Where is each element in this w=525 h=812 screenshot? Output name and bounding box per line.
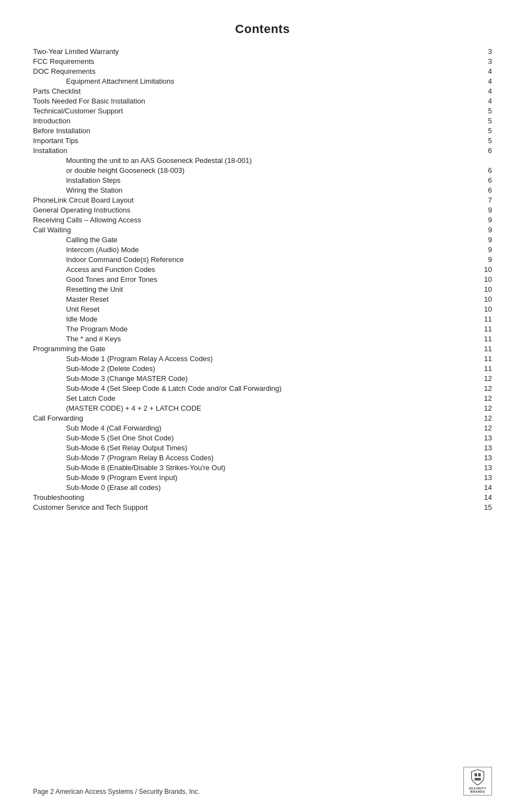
toc-entry: Customer Service and Tech Support15 — [33, 502, 492, 512]
toc-page-number: 9 — [479, 255, 492, 264]
toc-label: Sub-Mode 4 (Set Sleep Code & Latch Code … — [66, 384, 479, 393]
toc-label: or double height Gooseneck (18-003) — [66, 166, 479, 175]
toc-page-number: 10 — [479, 305, 492, 313]
toc-label: The Program Mode — [66, 325, 479, 333]
toc-page-number: 11 — [479, 364, 492, 373]
toc-entry: FCC Requirements3 — [33, 56, 492, 66]
toc-page-number: 11 — [479, 315, 492, 323]
toc-entry: Wiring the Station6 — [33, 185, 492, 195]
toc-label: Sub-Mode 6 (Set Relay Output Times) — [66, 444, 479, 452]
toc-entry: Idle Mode11 — [33, 314, 492, 324]
toc-page-number: 13 — [479, 473, 492, 482]
toc-entry: Mounting the unit to an AAS Gooseneck Pe… — [33, 155, 492, 165]
toc-page-number: 12 — [479, 394, 492, 402]
toc-label: (MASTER CODE) + 4 + 2 + LATCH CODE — [66, 404, 479, 412]
toc-label: Sub-Mode 0 (Erase all codes) — [66, 483, 479, 492]
toc-page-number: 5 — [479, 127, 492, 135]
toc-entry: Technical/Customer Support5 — [33, 106, 492, 116]
toc-page-number: 12 — [479, 414, 492, 422]
toc-page-number: 14 — [479, 483, 492, 492]
toc-entry: or double height Gooseneck (18-003)6 — [33, 165, 492, 175]
toc-label: Good Tones and Error Tones — [66, 275, 479, 284]
toc-page-number: 14 — [479, 493, 492, 502]
toc-entry: (MASTER CODE) + 4 + 2 + LATCH CODE12 — [33, 403, 492, 413]
toc-entry: Programming the Gate11 — [33, 344, 492, 353]
toc-label: Installation Steps — [66, 176, 479, 184]
toc-label: DOC Requirements — [33, 67, 479, 75]
toc-entry: General Operating Instructions9 — [33, 205, 492, 215]
toc-page-number: 11 — [479, 355, 492, 363]
security-brands-logo — [471, 769, 485, 786]
toc-label: PhoneLink Circuit Board Layout — [33, 196, 479, 204]
toc-page-number: 12 — [479, 404, 492, 412]
svg-rect-2 — [474, 778, 480, 781]
svg-rect-0 — [474, 773, 477, 777]
toc-page-number: 9 — [479, 226, 492, 234]
toc-page-number: 7 — [479, 196, 492, 204]
toc-label: Sub-Mode 7 (Program Relay B Access Codes… — [66, 454, 479, 462]
toc-label: Mounting the unit to an AAS Gooseneck Pe… — [66, 156, 479, 165]
toc-label: Tools Needed For Basic Installation — [33, 97, 479, 105]
toc-entry: Sub-Mode 2 (Delete Codes)11 — [33, 363, 492, 373]
svg-rect-1 — [478, 773, 481, 777]
toc-label: Before Installation — [33, 127, 479, 135]
toc-label: Troubleshooting — [33, 493, 479, 502]
toc-label: Sub-Mode 9 (Program Event Input) — [66, 473, 479, 482]
toc-label: Sub-Mode 2 (Delete Codes) — [66, 364, 479, 373]
toc-label: Technical/Customer Support — [33, 107, 479, 115]
toc-page-number: 4 — [479, 97, 492, 105]
toc-label: Sub-Mode 8 (Enable/Disable 3 Strikes-You… — [66, 464, 479, 472]
toc-label: Set Latch Code — [66, 394, 479, 402]
toc-entry: Resetting the Unit10 — [33, 284, 492, 294]
toc-label: Receiving Calls – Allowing Access — [33, 216, 479, 224]
logo-text-security: SECURITYBRANDS — [469, 787, 486, 793]
toc-page-number: 5 — [479, 117, 492, 125]
toc-page-number: 9 — [479, 236, 492, 244]
toc-label: FCC Requirements — [33, 57, 479, 66]
toc-page-number: 6 — [479, 166, 492, 175]
toc-page-number: 11 — [479, 345, 492, 353]
toc-label: Parts Checklist — [33, 87, 479, 95]
toc-label: Intercom (Audio) Mode — [66, 246, 479, 254]
toc-label: Idle Mode — [66, 315, 479, 323]
footer-text: Page 2 American Access Systems / Securit… — [33, 788, 200, 795]
toc-label: Master Reset — [66, 295, 479, 303]
toc-page-number: 11 — [479, 335, 492, 343]
toc-page-number: 6 — [479, 176, 492, 184]
toc-label: Sub Mode 4 (Call Forwarding) — [66, 424, 479, 432]
toc-entry: Sub-Mode 6 (Set Relay Output Times)13 — [33, 443, 492, 453]
toc-label: Sub-Mode 1 (Program Relay A Access Codes… — [66, 355, 479, 363]
toc-label: Resetting the Unit — [66, 285, 479, 293]
toc-entry: Equipment Attachment Limitations4 — [33, 76, 492, 86]
toc-label: The * and # Keys — [66, 335, 479, 343]
toc-entry: Introduction5 — [33, 116, 492, 126]
toc-label: Calling the Gate — [66, 236, 479, 244]
toc-entry: The Program Mode11 — [33, 324, 492, 334]
toc-container: Two-Year Limited Warranty3FCC Requiremen… — [33, 46, 492, 512]
toc-page-number: 13 — [479, 434, 492, 442]
toc-entry: Sub-Mode 1 (Program Relay A Access Codes… — [33, 353, 492, 363]
toc-entry: Troubleshooting14 — [33, 492, 492, 502]
toc-entry: DOC Requirements4 — [33, 66, 492, 76]
toc-label: Access and Function Codes — [66, 265, 479, 274]
toc-entry: Sub-Mode 9 (Program Event Input)13 — [33, 472, 492, 482]
toc-label: Two-Year Limited Warranty — [33, 47, 479, 56]
toc-page-number: 3 — [479, 57, 492, 66]
toc-page-number: 5 — [479, 137, 492, 145]
toc-entry: Sub Mode 4 (Call Forwarding)12 — [33, 423, 492, 433]
toc-entry: Installation6 — [33, 145, 492, 155]
toc-page-number: 13 — [479, 464, 492, 472]
toc-entry: Parts Checklist4 — [33, 86, 492, 96]
toc-label: Unit Reset — [66, 305, 479, 313]
toc-page-number: 3 — [479, 47, 492, 56]
toc-page-number: 9 — [479, 206, 492, 214]
toc-entry: Call Forwarding12 — [33, 413, 492, 423]
toc-entry: PhoneLink Circuit Board Layout7 — [33, 195, 492, 205]
toc-label: Introduction — [33, 117, 479, 125]
toc-page-number: 5 — [479, 107, 492, 115]
toc-page-number: 10 — [479, 285, 492, 293]
toc-page-number: 13 — [479, 454, 492, 462]
toc-page-number: 12 — [479, 424, 492, 432]
toc-entry: Important Tips5 — [33, 135, 492, 145]
toc-entry: Sub-Mode 8 (Enable/Disable 3 Strikes-You… — [33, 462, 492, 472]
